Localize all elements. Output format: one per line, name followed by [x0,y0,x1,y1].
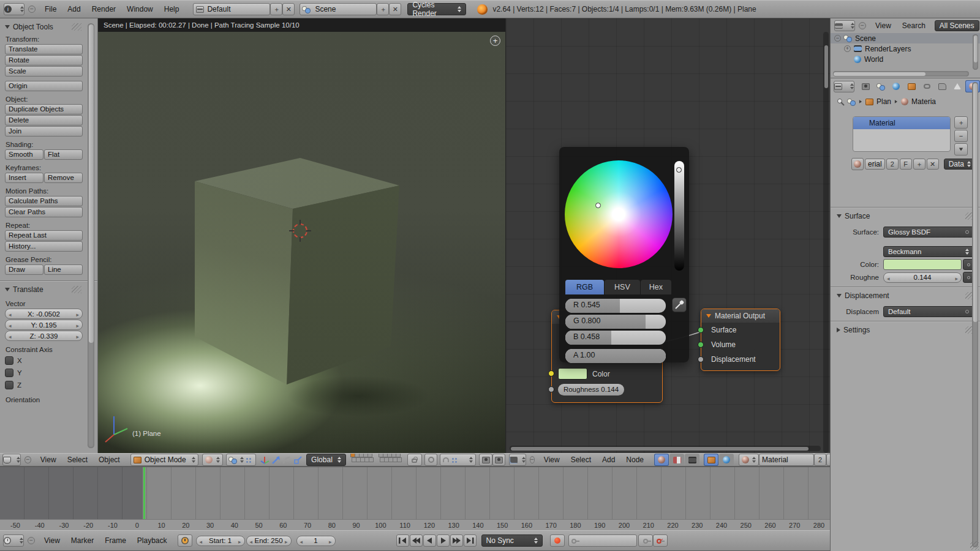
render-opengl-button[interactable] [479,454,492,466]
add-scene-button[interactable]: ＋ [377,3,389,15]
shader-nodes-tab[interactable] [654,454,669,466]
render-opengl-anim-button[interactable] [492,454,505,466]
menu-add[interactable]: Add [597,455,620,464]
jump-to-prev-keyframe-button[interactable] [410,534,423,547]
picker-slider-a[interactable]: A 1.00 [565,349,666,363]
new-material-button[interactable]: ＋ [913,159,925,170]
menu-playback[interactable]: Playback [132,536,173,545]
editor-type-selector[interactable] [3,534,24,547]
checkbox-axis-y[interactable] [5,369,13,377]
editor-type-selector[interactable] [509,454,526,466]
insert-keyframe-button[interactable] [638,534,653,547]
distribution-selector[interactable]: Beckmann [883,246,974,257]
object-tab[interactable] [904,80,919,92]
menu-search[interactable]: Search [897,21,931,30]
play-reverse-button[interactable] [423,534,436,547]
color-picker-popup[interactable]: RGBHSVHex R 0.545G 0.800B 0.458A 1.00 [559,147,689,362]
material-name-field[interactable]: Material [759,454,814,466]
properties-vscrollbar[interactable] [972,82,978,547]
menu-view[interactable]: View [39,536,66,545]
glossy-color-input-socket[interactable] [548,370,554,377]
snap-controls[interactable] [440,454,476,466]
picker-slider-b[interactable]: B 0.458 [565,331,666,345]
jump-to-next-keyframe-button[interactable] [450,534,463,547]
menu-object[interactable]: Object [93,455,126,464]
delete-layout-button[interactable]: ✕ [282,3,295,15]
scrollbar-thumb[interactable] [974,36,978,62]
color-wheel[interactable] [565,160,673,268]
screen-layout-selector[interactable]: Default [193,3,270,15]
tool-button-insert[interactable]: Insert [5,173,43,183]
collapse-menus-icon[interactable]: − [24,456,31,463]
outliner-hscrollbar[interactable] [833,71,969,77]
vector-field-y[interactable]: ◂Y: 0.195▸ [5,320,83,330]
socket-surface[interactable] [698,327,704,333]
tool-button-join[interactable]: Join [5,126,83,137]
viewport-3d[interactable]: (1) Plane + [98,32,505,453]
render-tab[interactable] [858,80,873,92]
tool-button-draw[interactable]: Draw [5,264,43,275]
resize-grip[interactable] [970,541,979,550]
scrollbar-thumb[interactable] [973,83,978,322]
manipulator-arc-icon[interactable] [282,455,292,465]
material-users-button[interactable]: 2 [886,159,899,170]
modifiers-tab[interactable] [935,80,949,92]
tool-button-smooth[interactable]: Smooth [5,149,43,160]
tool-button-line[interactable]: Line [44,264,83,275]
proportional-edit-toggle[interactable] [424,454,437,466]
scrollbar-thumb[interactable] [89,24,94,343]
breadcrumb-object[interactable]: Plan [876,97,891,106]
layers-grid[interactable] [351,454,375,465]
translate-panel-header[interactable]: Translate [5,285,83,294]
material-slot-list[interactable]: Material [853,116,951,152]
delete-keyframe-button[interactable]: ✕ [653,534,668,547]
remove-material-slot-button[interactable]: − [954,130,968,142]
socket-displacement[interactable] [698,356,704,362]
menu-select[interactable]: Select [565,455,597,464]
scrollbar-thumb[interactable] [834,72,925,76]
outliner-filter-selector[interactable]: All Scenes [935,20,979,31]
surface-shader-selector[interactable]: Glossy BSDF [883,227,974,238]
collapse-menus-icon[interactable]: − [530,456,535,463]
material-users-button[interactable]: 2 [814,454,826,466]
add-material-slot-button[interactable]: ＋ [954,116,968,129]
menu-marker[interactable]: Marker [66,536,99,545]
object-shader-toggle[interactable] [704,454,718,466]
picker-tab-hex[interactable]: Hex [641,280,671,294]
collapse-menus-icon[interactable]: − [28,6,36,13]
glossy-color-swatch[interactable] [558,368,587,380]
manipulator-scale-icon[interactable] [293,455,303,465]
picker-tab-rgb[interactable]: RGB [565,280,604,294]
scene-tab[interactable] [873,80,888,92]
displacement-panel-header[interactable]: Displacement [831,291,980,300]
menu-select[interactable]: Select [62,455,93,464]
layer-cell[interactable] [369,457,374,462]
menu-view[interactable]: View [35,455,62,464]
checkbox-axis-z[interactable] [5,381,13,389]
world-shader-toggle[interactable] [719,454,734,466]
transform-orientation-selector[interactable]: Global [306,454,346,466]
menu-node[interactable]: Node [620,455,649,464]
roughness-slider[interactable]: ◂0.144▸ [883,272,962,283]
timeline-tracks[interactable] [0,467,830,519]
picker-tab-hsv[interactable]: HSV [605,280,640,294]
slot-specials-button[interactable] [954,143,968,156]
tool-button-calculate-paths[interactable]: Calculate Paths [5,196,83,206]
tool-button-origin[interactable]: Origin [5,81,83,91]
material-slot-item[interactable]: Material [853,117,950,129]
tool-button-flat[interactable]: Flat [44,149,83,160]
picker-slider-g[interactable]: G 0.800 [565,315,666,329]
start-frame-field[interactable]: ◂Start: 1▸ [196,536,245,546]
pin-icon[interactable] [837,98,845,106]
settings-panel-header[interactable]: Settings [831,326,980,334]
value-slider[interactable] [674,161,684,271]
picker-slider-r[interactable]: R 0.545 [565,299,666,313]
record-button[interactable] [550,534,565,547]
use-preview-range-toggle[interactable] [178,534,192,547]
play-button[interactable] [437,534,450,547]
scene-selector[interactable]: Scene [300,3,377,15]
material-color-swatch[interactable] [883,259,962,270]
outliner-item-scene[interactable]: −Scene [831,33,980,43]
pivot-point-selector[interactable] [226,454,256,466]
editor-type-selector[interactable] [834,20,855,31]
